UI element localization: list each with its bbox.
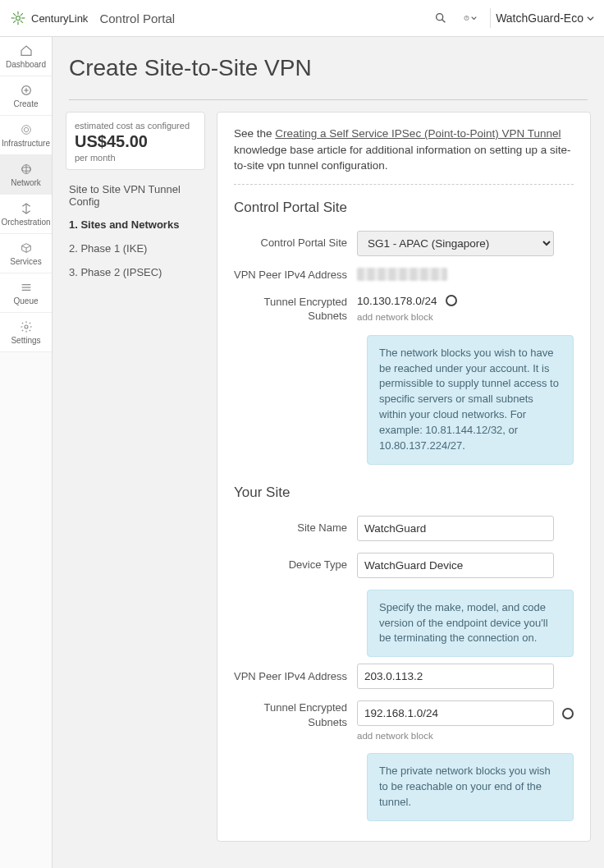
cost-amount: US$45.00 bbox=[75, 132, 196, 151]
kb-link[interactable]: Creating a Self Service IPSec (Point-to-… bbox=[275, 127, 561, 140]
svg-line-5 bbox=[13, 13, 16, 16]
nav-label: Create bbox=[13, 99, 38, 108]
chevron-down-icon bbox=[471, 11, 477, 25]
your-subnet-input[interactable] bbox=[357, 700, 554, 726]
home-icon bbox=[20, 44, 33, 58]
nav-queue[interactable]: Queue bbox=[0, 273, 52, 313]
cp-vpn-peer-value-redacted bbox=[357, 268, 447, 281]
main-content: Create Site-to-Site VPN estimated cost a… bbox=[53, 37, 604, 868]
nav-network[interactable]: Network bbox=[0, 155, 52, 195]
add-network-block-link[interactable]: add network block bbox=[357, 312, 433, 322]
account-switcher[interactable]: WatchGuard-Eco bbox=[496, 11, 594, 25]
portal-label: Control Portal bbox=[99, 11, 175, 25]
nav-create[interactable]: Create bbox=[0, 76, 52, 116]
side-nav: Dashboard Create Infrastructure Network … bbox=[0, 37, 53, 868]
kb-intro: See the Creating a Self Service IPSec (P… bbox=[234, 126, 574, 174]
svg-line-8 bbox=[13, 21, 16, 23]
kb-prefix: See the bbox=[234, 127, 275, 140]
remove-subnet-icon[interactable] bbox=[562, 708, 574, 719]
config-step-1[interactable]: 1. Sites and Networks bbox=[66, 213, 205, 237]
add-network-block-link-2[interactable]: add network block bbox=[357, 731, 433, 741]
svg-line-6 bbox=[21, 21, 23, 23]
svg-point-17 bbox=[24, 127, 28, 131]
info-device-type: Specify the make, model, and code versio… bbox=[367, 590, 574, 658]
kb-suffix: knowledge base article for additional in… bbox=[234, 144, 571, 172]
nav-label: Network bbox=[11, 178, 41, 187]
site-name-input[interactable] bbox=[357, 516, 554, 541]
help-icon[interactable] bbox=[464, 11, 477, 25]
infrastructure-icon bbox=[20, 122, 33, 137]
brand-logo[interactable]: CenturyLink bbox=[10, 10, 88, 26]
section-your-site: Your Site bbox=[234, 485, 574, 501]
chevron-down-icon bbox=[587, 15, 594, 22]
label-tunnel-subnets: Tunnel Encrypted Subnets bbox=[234, 295, 357, 324]
nav-label: Services bbox=[10, 257, 41, 266]
page-title: Create Site-to-Site VPN bbox=[69, 55, 588, 81]
centurylink-logo-icon bbox=[10, 10, 26, 26]
nav-services[interactable]: Services bbox=[0, 234, 52, 273]
label-device-type: Device Type bbox=[234, 558, 357, 572]
nav-label: Queue bbox=[13, 296, 38, 305]
svg-line-10 bbox=[442, 20, 446, 23]
search-icon[interactable] bbox=[434, 11, 447, 25]
config-steps-nav: Site to Site VPN Tunnel Config 1. Sites … bbox=[66, 181, 205, 284]
label-your-tunnel-subnets: Tunnel Encrypted Subnets bbox=[234, 700, 357, 729]
nav-label: Settings bbox=[11, 336, 40, 345]
svg-point-9 bbox=[437, 14, 443, 21]
nav-label: Dashboard bbox=[6, 60, 46, 69]
dotted-divider bbox=[234, 184, 574, 185]
label-control-site: Control Portal Site bbox=[234, 236, 357, 250]
nav-orchestration[interactable]: Orchestration bbox=[0, 195, 52, 234]
svg-point-0 bbox=[16, 16, 21, 21]
control-site-select[interactable]: SG1 - APAC (Singapore) bbox=[357, 231, 554, 256]
page-divider bbox=[69, 99, 588, 100]
label-site-name: Site Name bbox=[234, 521, 357, 535]
config-step-2[interactable]: 2. Phase 1 (IKE) bbox=[66, 237, 205, 260]
gear-icon bbox=[20, 319, 33, 334]
orchestration-icon bbox=[20, 201, 33, 216]
info-cp-subnets: The network blocks you wish to have be r… bbox=[367, 335, 574, 465]
svg-point-25 bbox=[25, 325, 28, 328]
nav-label: Infrastructure bbox=[2, 139, 50, 148]
your-vpn-peer-input[interactable] bbox=[357, 664, 554, 689]
label-your-vpn-peer: VPN Peer IPv4 Address bbox=[234, 669, 357, 684]
nav-settings[interactable]: Settings bbox=[0, 313, 52, 352]
nav-label: Orchestration bbox=[1, 218, 50, 227]
cost-label: estimated cost as configured bbox=[75, 121, 196, 131]
label-vpn-peer: VPN Peer IPv4 Address bbox=[234, 268, 357, 282]
config-nav-title: Site to Site VPN Tunnel Config bbox=[66, 181, 205, 213]
nav-infrastructure[interactable]: Infrastructure bbox=[0, 116, 52, 155]
svg-point-16 bbox=[21, 126, 30, 135]
remove-subnet-icon[interactable] bbox=[446, 295, 457, 306]
device-type-input[interactable] bbox=[357, 553, 554, 578]
topbar-separator bbox=[490, 8, 491, 28]
services-icon bbox=[20, 241, 33, 255]
svg-line-7 bbox=[21, 13, 23, 16]
topbar: CenturyLink Control Portal WatchGuard-Ec… bbox=[0, 0, 604, 37]
plus-circle-icon bbox=[20, 83, 33, 98]
info-your-subnets: The private network blocks you wish to b… bbox=[367, 753, 574, 821]
config-step-3[interactable]: 3. Phase 2 (IPSEC) bbox=[66, 260, 205, 284]
cp-subnet-value: 10.130.178.0/24 bbox=[357, 295, 437, 307]
queue-icon bbox=[20, 280, 33, 295]
cost-box: estimated cost as configured US$45.00 pe… bbox=[66, 112, 205, 170]
form-panel: See the Creating a Self Service IPSec (P… bbox=[217, 112, 591, 842]
cost-period: per month bbox=[75, 153, 196, 163]
account-name: WatchGuard-Eco bbox=[496, 11, 583, 25]
network-icon bbox=[20, 162, 33, 177]
section-control-portal-site: Control Portal Site bbox=[234, 200, 574, 216]
nav-dashboard[interactable]: Dashboard bbox=[0, 37, 52, 76]
brand-text: CenturyLink bbox=[31, 12, 88, 25]
